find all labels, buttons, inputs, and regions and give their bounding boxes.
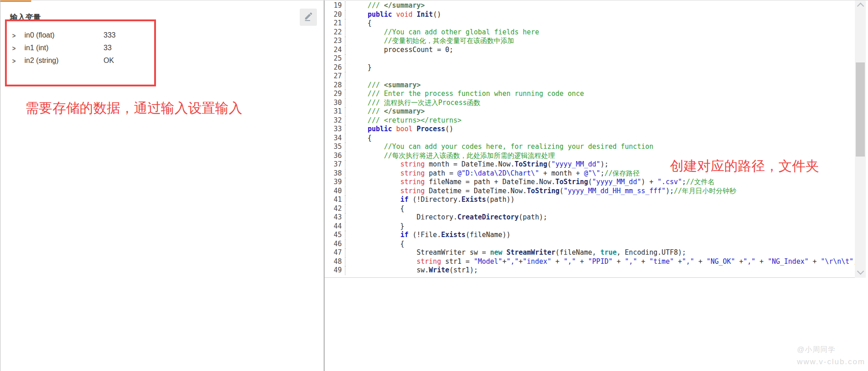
code-text: if (!Directory.Exists(path)) xyxy=(345,195,514,205)
line-number: 22 xyxy=(325,28,345,37)
line-number: 29 xyxy=(325,90,345,99)
code-line[interactable]: 39 string fileName = path + DateTime.Now… xyxy=(325,178,855,187)
script-editor-window: 输入变量 >in0 (float)333>in1 (int)33>in2 (st… xyxy=(0,0,868,371)
variable-name: in0 (float) xyxy=(24,31,104,39)
code-line[interactable]: 32 /// <returns></returns> xyxy=(325,116,855,125)
variable-row[interactable]: >in0 (float)333 xyxy=(12,29,202,42)
line-number: 38 xyxy=(325,169,345,178)
watermark-author: @小周同学 xyxy=(797,345,865,355)
line-number: 41 xyxy=(325,195,345,205)
code-editor[interactable]: 19 /// </summary>20 public void Init()21… xyxy=(325,0,855,278)
code-line[interactable]: 46 { xyxy=(325,240,855,249)
line-number: 30 xyxy=(325,99,345,108)
code-line[interactable]: 43 Directory.CreateDirectory(path); xyxy=(325,213,855,222)
chevron-right-icon[interactable]: > xyxy=(12,44,24,52)
code-text: { xyxy=(345,19,372,28)
active-tab-indicator xyxy=(0,0,31,2)
variable-value: OK xyxy=(104,57,202,65)
line-number: 34 xyxy=(325,134,345,143)
line-number: 33 xyxy=(325,125,345,134)
code-text: string fileName = path + DateTime.Now.To… xyxy=(345,178,715,187)
code-line[interactable]: 45 if (!File.Exists(fileName)) xyxy=(325,231,855,240)
line-number: 23 xyxy=(325,37,345,46)
variable-value: 33 xyxy=(104,44,202,52)
code-line[interactable]: 29 /// Enter the process function when r… xyxy=(325,90,855,99)
code-text xyxy=(345,72,351,81)
scrollbar[interactable] xyxy=(855,0,866,278)
variable-value: 333 xyxy=(104,31,202,39)
code-text: StreamWriter sw = new StreamWriter(fileN… xyxy=(345,248,686,257)
code-text: processCount = 0; xyxy=(345,46,453,55)
line-number: 24 xyxy=(325,46,345,55)
variable-row[interactable]: >in2 (string)OK xyxy=(12,54,202,67)
code-line[interactable]: 42 { xyxy=(325,205,855,214)
code-text: public bool Process() xyxy=(345,125,453,134)
code-text: { xyxy=(345,205,404,214)
code-line[interactable]: 44 } xyxy=(325,222,855,231)
line-number: 39 xyxy=(325,178,345,187)
edit-variables-button[interactable] xyxy=(300,9,317,26)
code-line[interactable]: 21 { xyxy=(325,19,855,28)
code-line[interactable]: 35 //You can add your codes here, for re… xyxy=(325,143,855,152)
code-line[interactable]: 22 //You can add other global fields her… xyxy=(325,28,855,37)
variable-name: in1 (int) xyxy=(24,44,104,52)
code-text: { xyxy=(345,134,372,143)
code-text: /// Enter the process function when runn… xyxy=(345,90,584,99)
line-number: 20 xyxy=(325,10,345,19)
code-line[interactable]: 31 /// </summary> xyxy=(325,107,855,116)
code-line[interactable]: 19 /// </summary> xyxy=(325,1,855,10)
annotation-text-left: 需要存储的数据，通过输入设置输入 xyxy=(25,99,242,118)
line-number: 27 xyxy=(325,72,345,81)
input-variables-panel: 输入变量 >in0 (float)333>in1 (int)33>in2 (st… xyxy=(0,0,324,371)
code-text: public void Init() xyxy=(345,10,441,19)
code-line[interactable]: 49 sw.Write(str1); xyxy=(325,266,855,275)
code-text: //You can add your codes here, for reali… xyxy=(345,143,653,152)
code-text: /// </summary> xyxy=(345,1,425,10)
pencil-icon xyxy=(303,11,314,24)
line-number: 43 xyxy=(325,213,345,222)
line-number: 40 xyxy=(325,187,345,196)
code-text: sw.Write(str1); xyxy=(345,266,478,275)
code-text: /// 流程执行一次进入Process函数 xyxy=(345,99,480,108)
variable-row[interactable]: >in1 (int)33 xyxy=(12,42,202,54)
code-line[interactable]: 33 public bool Process() xyxy=(325,125,855,134)
line-number: 36 xyxy=(325,152,345,161)
code-line[interactable]: 23 //变量初始化，其余变量可在该函数中添加 xyxy=(325,37,855,46)
line-number: 28 xyxy=(325,81,345,90)
code-text: if (!File.Exists(fileName)) xyxy=(345,231,510,240)
code-text: string path = @"D:\data\2D\Chart\" + mon… xyxy=(345,169,640,178)
line-number: 35 xyxy=(325,143,345,152)
line-number: 26 xyxy=(325,63,345,72)
scroll-down-icon[interactable] xyxy=(857,268,864,275)
scroll-up-icon[interactable] xyxy=(857,3,864,10)
chevron-right-icon[interactable]: > xyxy=(12,57,24,64)
line-number: 45 xyxy=(325,231,345,240)
code-text: string str1 = "Model"+","+"index" + "," … xyxy=(345,257,855,266)
code-line[interactable]: 26 } xyxy=(325,63,855,72)
code-text: Directory.CreateDirectory(path); xyxy=(345,213,547,222)
variable-name: in2 (string) xyxy=(24,57,104,65)
annotation-text-right: 创建对应的路径，文件夹 xyxy=(670,157,819,176)
code-line[interactable]: 40 string Datetime = DateTime.Now.ToStri… xyxy=(325,187,855,196)
code-line[interactable]: 27 xyxy=(325,72,855,81)
code-line[interactable]: 20 public void Init() xyxy=(325,10,855,19)
code-text: } xyxy=(345,63,372,72)
code-line[interactable]: 25 xyxy=(325,54,855,63)
code-line[interactable]: 28 /// <summary> xyxy=(325,81,855,90)
scrollbar-thumb[interactable] xyxy=(856,62,865,157)
code-line[interactable]: 34 { xyxy=(325,134,855,143)
line-number: 49 xyxy=(325,266,345,275)
panel-title: 输入变量 xyxy=(10,12,41,23)
code-line[interactable]: 47 StreamWriter sw = new StreamWriter(fi… xyxy=(325,248,855,257)
code-text: { xyxy=(345,240,404,249)
code-line[interactable]: 24 processCount = 0; xyxy=(325,46,855,55)
line-number: 48 xyxy=(325,257,345,266)
code-line[interactable]: 30 /// 流程执行一次进入Process函数 xyxy=(325,99,855,108)
code-text: string month = DateTime.Now.ToString("yy… xyxy=(345,160,609,169)
code-text: string Datetime = DateTime.Now.ToString(… xyxy=(345,187,736,196)
line-number: 25 xyxy=(325,54,345,63)
code-line[interactable]: 41 if (!Directory.Exists(path)) xyxy=(325,195,855,205)
code-line[interactable]: 48 string str1 = "Model"+","+"index" + "… xyxy=(325,257,855,266)
code-text xyxy=(345,54,351,63)
chevron-right-icon[interactable]: > xyxy=(12,31,24,39)
